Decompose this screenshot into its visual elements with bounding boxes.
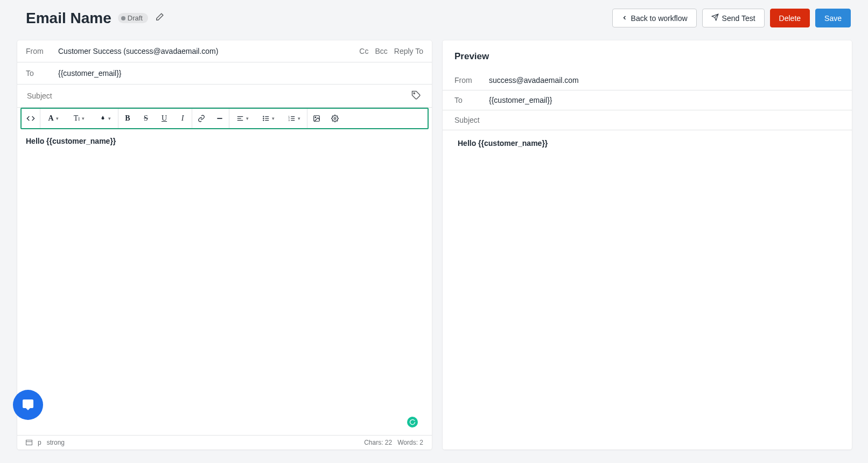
to-row: To {{customer_email}} — [17, 62, 432, 85]
svg-point-7 — [263, 118, 263, 118]
recipient-extras: Cc Bcc Reply To — [359, 47, 423, 55]
from-value[interactable]: Customer Success (success@avadaemail.com… — [58, 47, 218, 55]
preview-to-row: To {{customer_email}} — [443, 90, 852, 110]
status-badge-label: Draft — [128, 14, 143, 22]
svg-point-9 — [263, 120, 263, 121]
editor-body[interactable]: Hello {{customer_name}} — [17, 129, 432, 435]
editor-content: Hello {{customer_name}} — [26, 137, 116, 145]
preview-subject-label: Subject — [454, 116, 489, 124]
font-color-button[interactable]: ▾ — [92, 109, 118, 128]
editor-counts: Chars: 22 Words: 2 — [364, 439, 423, 446]
back-button-label: Back to workflow — [631, 14, 688, 23]
ordered-list-button[interactable]: 123▾ — [281, 109, 307, 128]
editor-panel: From Customer Success (success@avadaemai… — [17, 40, 432, 450]
words-count: Words: 2 — [397, 439, 423, 446]
header-left: Email Name Draft — [26, 10, 164, 27]
underline-button[interactable]: U — [155, 109, 173, 128]
svg-point-19 — [334, 117, 336, 120]
font-size-button[interactable]: TI▾ — [66, 109, 92, 128]
reply-to-link[interactable]: Reply To — [394, 47, 423, 55]
font-family-button[interactable]: A▾ — [40, 109, 66, 128]
paper-plane-icon — [711, 13, 719, 23]
bullet-list-button[interactable]: ▾ — [255, 109, 281, 128]
svg-point-18 — [315, 117, 316, 118]
subject-row — [17, 85, 432, 108]
preview-from-row: From success@avadaemail.com — [443, 71, 852, 90]
bold-button[interactable]: B — [118, 109, 137, 128]
svg-text:3: 3 — [288, 119, 290, 122]
chevron-left-icon — [621, 14, 628, 23]
bcc-link[interactable]: Bcc — [375, 47, 387, 55]
align-button[interactable]: ▾ — [229, 109, 255, 128]
status-badge: Draft — [118, 13, 148, 23]
back-to-workflow-button[interactable]: Back to workflow — [612, 9, 697, 27]
page-title: Email Name — [26, 10, 111, 27]
preview-panel: Preview From success@avadaemail.com To {… — [443, 40, 852, 450]
preview-title: Preview — [443, 40, 852, 71]
image-button[interactable] — [307, 109, 326, 128]
horizontal-rule-button[interactable] — [211, 109, 229, 128]
settings-button[interactable] — [326, 109, 344, 128]
chat-fab-button[interactable] — [13, 390, 43, 420]
pencil-icon[interactable] — [155, 12, 164, 24]
grammarly-icon[interactable] — [407, 417, 418, 427]
preview-content: Hello {{customer_name}} — [458, 139, 548, 148]
to-value[interactable]: {{customer_email}} — [58, 69, 122, 78]
delete-button[interactable]: Delete — [770, 9, 810, 27]
send-test-button[interactable]: Send Test — [702, 9, 765, 27]
main-content: From Customer Success (success@avadaemai… — [0, 40, 868, 450]
from-label: From — [26, 47, 58, 55]
to-label: To — [26, 69, 58, 78]
preview-to-value: {{customer_email}} — [489, 96, 552, 104]
subject-input[interactable] — [26, 91, 423, 101]
preview-from-label: From — [454, 76, 489, 85]
path-p[interactable]: p — [38, 439, 41, 446]
send-test-label: Send Test — [722, 14, 755, 23]
from-row: From Customer Success (success@avadaemai… — [17, 40, 432, 62]
path-strong[interactable]: strong — [47, 439, 65, 446]
preview-subject-row: Subject — [443, 110, 852, 130]
strikethrough-button[interactable]: S — [137, 109, 155, 128]
code-view-icon[interactable] — [22, 109, 40, 128]
element-path: p strong — [26, 439, 65, 446]
preview-body: Hello {{customer_name}} — [443, 130, 852, 156]
editor-toolbar: A▾ TI▾ ▾ B S U I ▾ ▾ 123▾ — [20, 108, 429, 129]
preview-to-label: To — [454, 96, 489, 104]
layout-icon[interactable] — [26, 440, 32, 445]
cc-link[interactable]: Cc — [359, 47, 368, 55]
chars-count: Chars: 22 — [364, 439, 392, 446]
link-button[interactable] — [192, 109, 211, 128]
save-button[interactable]: Save — [815, 9, 851, 27]
status-dot-icon — [121, 16, 125, 20]
tag-icon[interactable] — [411, 90, 421, 102]
preview-from-value: success@avadaemail.com — [489, 76, 579, 85]
header-actions: Back to workflow Send Test Delete Save — [612, 9, 851, 27]
page-header: Email Name Draft Back to workflow Send T… — [0, 0, 868, 40]
italic-button[interactable]: I — [173, 109, 192, 128]
svg-point-5 — [263, 116, 263, 117]
svg-point-0 — [414, 93, 415, 94]
editor-statusbar: p strong Chars: 22 Words: 2 — [17, 435, 432, 450]
